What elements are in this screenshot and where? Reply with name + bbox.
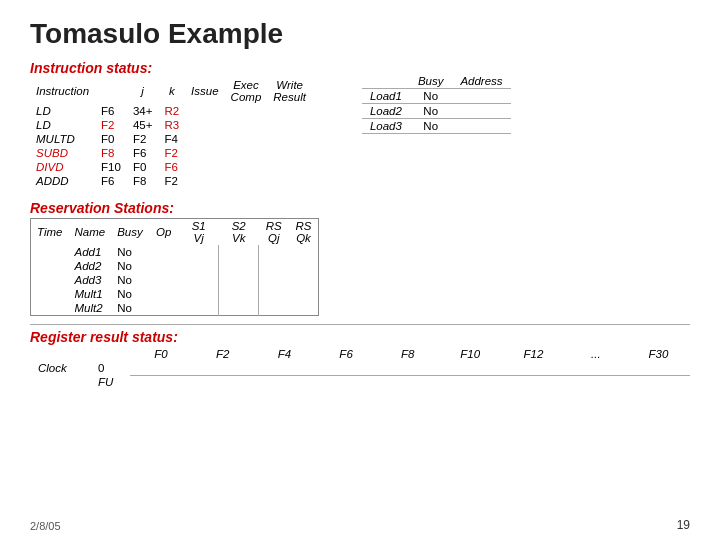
load-address [451,119,511,134]
register-result-label: Register result status: [30,329,690,345]
clock-label: Clock [30,361,90,375]
instr-j: F6 [95,104,127,118]
load-name: Load2 [362,104,410,119]
rs-name: Mult1 [68,287,111,301]
instr-j: F6 [95,174,127,188]
reg-table: F0F2F4F6F8F10F12...F30Clock0FU [30,347,690,389]
load-name: Load3 [362,119,410,134]
col-instruction: Instruction [30,78,95,104]
load-address [451,89,511,104]
instr-j: F2 [95,118,127,132]
load-address [451,104,511,119]
rs-busy: No [111,301,149,316]
instr-j: F0 [95,132,127,146]
load-busy: No [410,104,452,119]
rs-name: Add3 [68,273,111,287]
rs-busy: No [111,245,149,259]
instr-name: ADDD [30,174,95,188]
load-busy: No [410,89,452,104]
instruction-table: Instruction j k Issue ExecComp WriteResu… [30,78,312,188]
instr-name: SUBD [30,146,95,160]
instr-name: DIVD [30,160,95,174]
footer-date: 2/8/05 [30,520,61,532]
instruction-status-section: Instruction status: Instruction j k Issu… [30,60,312,188]
load-buffers-section: Busy Address Load1 No Load2 No Load3 No [362,74,512,134]
rs-busy: No [111,287,149,301]
rs-busy: No [111,259,149,273]
fu-label: FU [90,375,130,389]
rs-name: Add1 [68,245,111,259]
rs-table: Time Name Busy Op S1Vj S2Vk RSQj RSQk Ad… [30,218,319,316]
reservation-stations-section: Reservation Stations: Time Name Busy Op … [30,200,690,316]
load-name: Load1 [362,89,410,104]
instr-j: F8 [95,146,127,160]
load-busy: No [410,119,452,134]
register-result-section: Register result status: F0F2F4F6F8F10F12… [30,324,690,389]
instr-j: F10 [95,160,127,174]
load-table: Busy Address Load1 No Load2 No Load3 No [362,74,512,134]
slide: Tomasulo Example Instruction status: Ins… [0,0,720,540]
instr-name: LD [30,104,95,118]
footer-page: 19 [677,518,690,532]
reservation-stations-label: Reservation Stations: [30,200,690,216]
instr-name: MULTD [30,132,95,146]
instruction-status-label: Instruction status: [30,60,312,76]
instr-name: LD [30,118,95,132]
rs-name: Add2 [68,259,111,273]
rs-name: Mult2 [68,301,111,316]
rs-busy: No [111,273,149,287]
slide-title: Tomasulo Example [30,18,690,50]
